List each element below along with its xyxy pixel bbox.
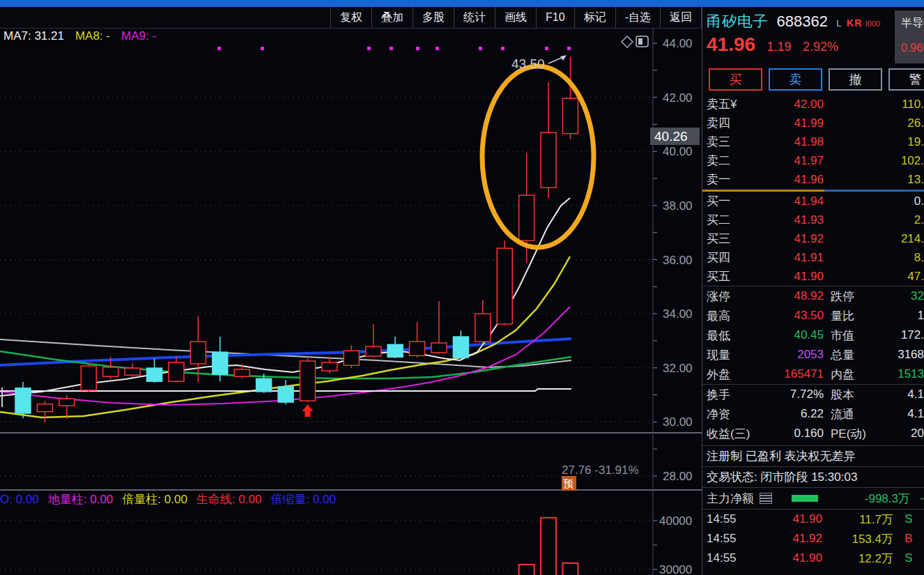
cell: 40.45 — [751, 328, 824, 342]
magenta-dot — [545, 47, 548, 50]
buy-button[interactable]: 买 — [709, 68, 762, 91]
cell: 卖三 — [707, 134, 757, 150]
stat-row: 换手7.72%股本4.1 — [702, 385, 924, 404]
forecast-badge-text: 预 — [563, 477, 573, 489]
price-axis-label: 40.00 — [663, 145, 693, 158]
cell: 复权 — [340, 10, 362, 25]
last-price: 41.96 — [707, 33, 755, 55]
toolbar-button[interactable]: 多股 — [413, 7, 454, 28]
toolbar-button[interactable]: 返回 — [660, 7, 702, 28]
ma-label: MA8: - — [75, 29, 121, 43]
ma-blue-line — [0, 339, 571, 365]
stat-row: 最高43.50量比1 — [702, 306, 924, 325]
cell: 41.91 — [757, 251, 824, 265]
board-flag: I000 — [865, 20, 880, 28]
candle-body — [234, 369, 249, 376]
ratio-sell-segment — [824, 190, 924, 192]
bid-row[interactable]: 买五41.9047. — [702, 267, 924, 286]
sector-quote-box[interactable]: 半导体 0.96% — [895, 10, 924, 63]
cell: 12.2万 — [822, 551, 893, 567]
toolbar-button[interactable]: 叠加 — [371, 7, 413, 28]
bid-row[interactable]: 买一41.940. — [702, 192, 924, 210]
alert-button[interactable]: 警 — [888, 68, 924, 91]
volume-bar — [519, 565, 534, 575]
high-annotation: 43.50 — [511, 56, 545, 71]
volume-axis-label: 30000 — [659, 563, 692, 575]
candle-body — [37, 404, 52, 412]
cell: 倍缩量: 0.00 — [270, 493, 336, 506]
main-net-extra: - — [910, 491, 924, 505]
stat-row: 最低40.45市值172. — [702, 325, 924, 345]
cell: 41.93 — [757, 213, 824, 227]
trade-row[interactable]: 14:5541.92153.4万B — [702, 529, 924, 549]
cell: 现量 — [707, 347, 751, 363]
cell: 41.90 — [757, 270, 824, 284]
cell: S — [893, 551, 924, 565]
annotation-arrowhead — [560, 55, 567, 61]
toolbar-button[interactable]: 画线 — [495, 7, 536, 28]
candle-body — [103, 367, 118, 376]
indicator-label: O: 0.00 — [0, 493, 39, 507]
trade-row[interactable]: 14:5541.9012.2万S — [702, 549, 924, 568]
bid-row[interactable]: 买四41.918. — [702, 248, 924, 267]
cell: 19. — [824, 135, 924, 149]
cell: 标记 — [584, 10, 606, 25]
magenta-dot — [436, 47, 439, 50]
magenta-dot — [567, 47, 571, 50]
ask-row[interactable]: 卖二41.97102. — [702, 151, 924, 170]
candle-body — [256, 378, 272, 392]
cell: 卖五¥ — [707, 96, 757, 112]
stat-row: 外盘165471内盘1513 — [702, 365, 924, 384]
candle-body — [563, 98, 578, 133]
highlight-ellipse — [482, 66, 594, 247]
cell: 内盘 — [824, 367, 888, 383]
sell-button[interactable]: 卖 — [769, 68, 822, 91]
cancel-order-button[interactable]: 撤 — [829, 68, 882, 91]
trading-status-line: 交易状态: 闭市阶段 15:30:03 — [702, 467, 924, 487]
ratio-buy-segment — [702, 190, 824, 192]
cell: 总量 — [824, 347, 888, 363]
cell: 买三 — [707, 231, 757, 247]
ask-row[interactable]: 卖五¥42.00110. — [702, 95, 924, 114]
cell: 13. — [824, 173, 924, 187]
cell: 流通 — [824, 406, 888, 422]
price-axis-label: 38.00 — [663, 199, 693, 213]
candle-body — [366, 346, 381, 356]
trade-row[interactable]: 14:5541.9011.7万S — [702, 509, 924, 529]
cell: 画线 — [505, 10, 527, 25]
candle-body — [322, 362, 337, 371]
ask-row[interactable]: 卖三41.9819. — [702, 132, 924, 151]
bid-row[interactable]: 买二41.932. — [702, 210, 924, 229]
buy-signal-arrow — [302, 404, 313, 417]
candle-body — [387, 344, 403, 357]
cell: 地量柱: 0.00 — [48, 493, 114, 506]
kr-flag: KR — [847, 17, 862, 29]
ma-label: MA9: - — [121, 29, 167, 43]
cell: 生命线: 0.00 — [197, 493, 262, 506]
toolbar-button[interactable]: -自选 — [615, 7, 660, 28]
cell: 卖二 — [707, 153, 757, 169]
cell: 买二 — [707, 212, 757, 228]
indicator-label: 倍量柱: 0.00 — [122, 491, 187, 507]
cell: PE(动) — [824, 426, 888, 442]
toolbar-button[interactable]: 统计 — [454, 7, 495, 28]
toolbar-button[interactable]: 标记 — [574, 7, 615, 28]
cell: 返回 — [670, 10, 692, 25]
ask-row[interactable]: 卖四41.9926. — [702, 114, 924, 132]
cell: -自选 — [625, 10, 651, 25]
main-net-label: 主力净额 — [707, 491, 754, 507]
bid-row[interactable]: 买三41.92214. — [702, 229, 924, 248]
cell: 股本 — [824, 387, 888, 403]
toolbar-button[interactable]: F10 — [536, 7, 574, 28]
toolbar-button[interactable]: 复权 — [330, 7, 371, 28]
window-title-bar — [0, 0, 924, 7]
ma-indicator-row: MA7: 31.21MA8: -MA9: - — [3, 29, 167, 43]
volume-bar — [541, 518, 556, 575]
indicator-label: 生命线: 0.00 — [197, 491, 262, 507]
cell: 最低 — [707, 328, 751, 344]
ask-row[interactable]: 卖一41.9613. — [702, 170, 924, 189]
cell: 4.1 — [888, 388, 924, 401]
ma-label: MA7: 31.21 — [3, 29, 75, 43]
cell: 41.90 — [753, 512, 822, 526]
detail-list-icon[interactable] — [760, 493, 772, 504]
